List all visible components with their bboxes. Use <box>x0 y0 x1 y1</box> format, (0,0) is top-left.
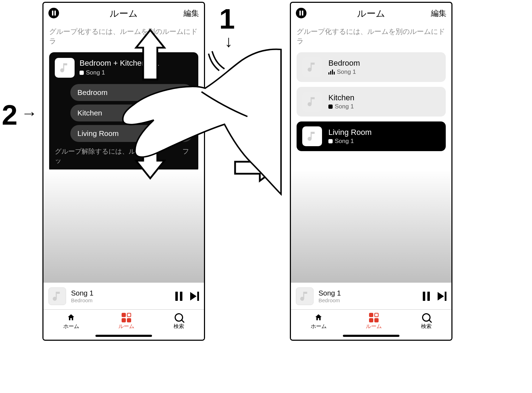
annotation-step-2: 2 <box>2 99 18 131</box>
hand-gesture-icon <box>120 46 283 198</box>
search-icon <box>175 313 183 322</box>
tab-home[interactable]: ホーム <box>63 312 79 330</box>
album-art-icon <box>302 57 322 77</box>
now-playing-title: Song 1 <box>318 289 341 297</box>
room-name: Kitchen <box>328 93 354 102</box>
header-title: ルーム <box>110 7 138 20</box>
tab-search[interactable]: 検索 <box>174 312 184 330</box>
album-art-icon <box>55 58 75 78</box>
search-icon <box>422 313 431 322</box>
annotation-step-1: 1 <box>219 3 235 35</box>
system-pause-icon[interactable] <box>296 8 306 18</box>
header: ルーム 編集 <box>291 3 451 24</box>
home-indicator[interactable] <box>95 335 152 337</box>
rooms-icon <box>122 313 131 322</box>
annotation-arrow-right-icon: → <box>21 103 37 123</box>
album-art-icon <box>302 92 322 112</box>
tab-label: ルーム <box>366 323 382 330</box>
tab-label: 検索 <box>421 323 432 330</box>
room-song: Song 1 <box>328 69 360 76</box>
now-playing-art-icon <box>48 287 66 305</box>
now-playing-bar[interactable]: Song 1 Bedroom <box>291 282 451 309</box>
tab-label: 検索 <box>174 323 184 330</box>
edit-button[interactable]: 編集 <box>183 8 199 19</box>
room-name: Bedroom <box>328 59 360 68</box>
header: ルーム 編集 <box>43 3 204 24</box>
tab-rooms[interactable]: ルーム <box>366 312 382 330</box>
room-card-kitchen[interactable]: Kitchen Song 1 <box>297 87 446 117</box>
edit-button[interactable]: 編集 <box>431 8 446 19</box>
home-indicator[interactable] <box>343 335 399 337</box>
content-fade <box>291 169 451 282</box>
header-title: ルーム <box>357 7 385 20</box>
stop-icon <box>80 71 84 75</box>
album-art-icon <box>302 126 322 146</box>
equalizer-icon <box>328 70 335 75</box>
now-playing-title: Song 1 <box>71 289 93 297</box>
tab-label: ルーム <box>118 323 134 330</box>
stop-icon <box>328 139 333 143</box>
room-song: Song 1 <box>328 103 354 110</box>
tab-home[interactable]: ホーム <box>311 312 327 330</box>
room-card-bedroom[interactable]: Bedroom Song 1 <box>297 52 446 82</box>
room-song: Song 1 <box>328 138 372 145</box>
now-playing-art-icon <box>296 287 314 305</box>
now-playing-bar[interactable]: Song 1 Bedroom <box>43 282 204 309</box>
tab-rooms[interactable]: ルーム <box>118 312 134 330</box>
tab-label: ホーム <box>311 323 327 330</box>
tab-search[interactable]: 検索 <box>421 312 432 330</box>
now-playing-room: Bedroom <box>71 297 93 303</box>
rooms-icon <box>369 313 379 322</box>
stop-icon <box>328 105 333 109</box>
phone-screen-ungrouped: ルーム 編集 グループ化するには、ルームを別のルームにドラ Bedroom So… <box>290 2 452 341</box>
now-playing-room: Bedroom <box>318 297 341 303</box>
next-track-button-icon[interactable] <box>438 292 446 301</box>
system-pause-icon[interactable] <box>48 8 59 18</box>
pause-button-icon[interactable] <box>175 292 182 301</box>
tab-label: ホーム <box>63 323 79 330</box>
grouping-hint: グループ化するには、ルームを別のルームにドラ <box>291 24 451 52</box>
room-card-living-room[interactable]: Living Room Song 1 <box>297 121 446 151</box>
pause-button-icon[interactable] <box>423 292 430 301</box>
room-name: Living Room <box>328 128 372 137</box>
next-track-button-icon[interactable] <box>190 292 199 301</box>
